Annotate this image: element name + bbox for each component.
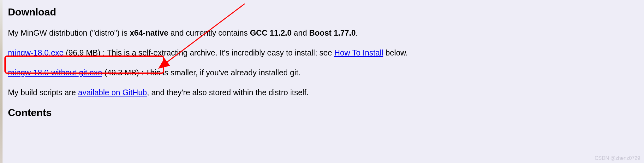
watermark-text: CSDN @zhenz0729 [595,155,640,161]
scripts-suffix: , and they're also stored within the dis… [147,88,309,97]
left-edge-decoration [0,0,3,163]
download-secondary-paragraph: mingw-18.0-without-git.exe (49.3 MB) : T… [8,67,636,78]
intro-boost: Boost 1.77.0 [309,28,355,37]
mingw-nogit-download-link[interactable]: mingw-18.0-without-git.exe [8,68,102,77]
download-heading: Download [8,6,636,18]
scripts-prefix: My build scripts are [8,88,78,97]
download2-desc: This is smaller, if you've already insta… [146,68,301,77]
intro-text-prefix: My MinGW distribution ("distro") is [8,28,130,37]
download1-size: (96.9 MB) : [63,48,107,57]
mingw-download-link[interactable]: mingw-18.0.exe [8,48,63,57]
download2-size: (49.3 MB) : [102,68,146,77]
howto-install-link[interactable]: How To Install [334,48,383,57]
download1-desc-prefix: This is a self-extracting archive. It's … [107,48,334,57]
download1-desc-suffix: below. [383,48,408,57]
scripts-paragraph: My build scripts are available on GitHub… [8,87,636,98]
intro-native: x64-native [130,28,168,37]
intro-text-suffix: . [356,28,358,37]
github-link[interactable]: available on GitHub [78,88,147,97]
annotation-arrow-icon [0,0,644,163]
intro-gcc: GCC 11.2.0 [250,28,292,37]
intro-text-and: and [292,28,309,37]
contents-heading: Contents [8,107,636,119]
intro-text-mid1: and currently contains [168,28,250,37]
download-primary-paragraph: mingw-18.0.exe (96.9 MB) : This is a sel… [8,47,636,58]
intro-paragraph: My MinGW distribution ("distro") is x64-… [8,27,636,38]
